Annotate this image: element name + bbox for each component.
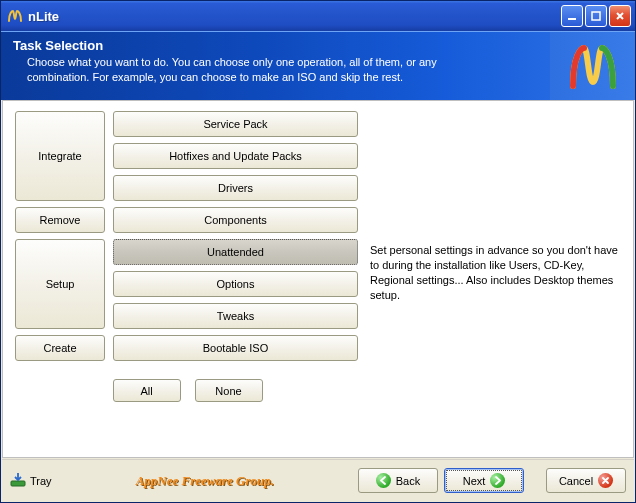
close-button[interactable] bbox=[609, 5, 631, 27]
category-setup[interactable]: Setup bbox=[15, 239, 105, 329]
task-options-label: Options bbox=[217, 278, 255, 290]
window-title: nLite bbox=[28, 9, 561, 24]
task-tweaks-label: Tweaks bbox=[217, 310, 254, 322]
page-title: Task Selection bbox=[13, 38, 550, 53]
task-tweaks[interactable]: Tweaks bbox=[113, 303, 358, 329]
all-button[interactable]: All bbox=[113, 379, 181, 402]
minimize-button[interactable] bbox=[561, 5, 583, 27]
task-unattended[interactable]: Unattended bbox=[113, 239, 358, 265]
task-unattended-label: Unattended bbox=[207, 246, 264, 258]
category-setup-label: Setup bbox=[46, 278, 75, 290]
task-components-label: Components bbox=[204, 214, 266, 226]
arrow-right-icon bbox=[490, 473, 505, 488]
svg-rect-0 bbox=[568, 18, 576, 20]
body-panel: Integrate Remove Setup Create Service Pa… bbox=[2, 100, 634, 458]
none-button-label: None bbox=[215, 385, 241, 397]
none-button[interactable]: None bbox=[195, 379, 263, 402]
tray-button[interactable]: Tray bbox=[10, 472, 52, 490]
next-button[interactable]: Next bbox=[444, 468, 524, 493]
task-bootable-iso-label: Bootable ISO bbox=[203, 342, 268, 354]
task-description: Set personal settings in advance so you … bbox=[370, 243, 619, 302]
task-hotfixes-label: Hotfixes and Update Packs bbox=[169, 150, 302, 162]
next-button-label: Next bbox=[463, 475, 486, 487]
cancel-button-label: Cancel bbox=[559, 475, 593, 487]
back-button[interactable]: Back bbox=[358, 468, 438, 493]
category-create[interactable]: Create bbox=[15, 335, 105, 361]
task-hotfixes[interactable]: Hotfixes and Update Packs bbox=[113, 143, 358, 169]
cancel-button[interactable]: Cancel bbox=[546, 468, 626, 493]
window-controls bbox=[561, 5, 631, 27]
svg-rect-1 bbox=[592, 12, 600, 20]
task-components[interactable]: Components bbox=[113, 207, 358, 233]
back-button-label: Back bbox=[396, 475, 420, 487]
titlebar: nLite bbox=[1, 1, 635, 31]
tray-label: Tray bbox=[30, 475, 52, 487]
close-icon bbox=[598, 473, 613, 488]
category-integrate-label: Integrate bbox=[38, 150, 81, 162]
header-logo bbox=[550, 32, 635, 100]
task-bootable-iso[interactable]: Bootable ISO bbox=[113, 335, 358, 361]
footer: Tray AppNee Freeware Group. Back Next Ca… bbox=[2, 459, 634, 501]
task-options[interactable]: Options bbox=[113, 271, 358, 297]
tray-icon bbox=[10, 472, 26, 490]
task-drivers-label: Drivers bbox=[218, 182, 253, 194]
task-service-pack-label: Service Pack bbox=[203, 118, 267, 130]
task-service-pack[interactable]: Service Pack bbox=[113, 111, 358, 137]
svg-rect-2 bbox=[11, 481, 25, 486]
category-create-label: Create bbox=[43, 342, 76, 354]
category-integrate[interactable]: Integrate bbox=[15, 111, 105, 201]
maximize-button[interactable] bbox=[585, 5, 607, 27]
arrow-left-icon bbox=[376, 473, 391, 488]
category-remove[interactable]: Remove bbox=[15, 207, 105, 233]
task-drivers[interactable]: Drivers bbox=[113, 175, 358, 201]
category-remove-label: Remove bbox=[40, 214, 81, 226]
page-subtitle: Choose what you want to do. You can choo… bbox=[13, 55, 443, 84]
wizard-header: Task Selection Choose what you want to d… bbox=[1, 31, 635, 100]
all-button-label: All bbox=[140, 385, 152, 397]
watermark: AppNee Freeware Group. bbox=[52, 473, 358, 489]
app-icon bbox=[7, 8, 23, 24]
